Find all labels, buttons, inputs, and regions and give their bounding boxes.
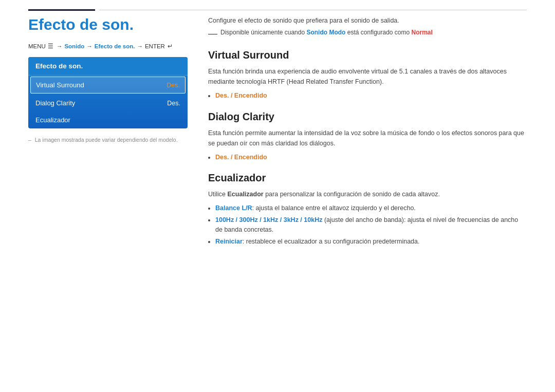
page-title: Efecto de son. xyxy=(28,16,188,33)
bullet-highlight-ec-3: Reiniciar xyxy=(215,238,243,245)
menu-item-ecualizador[interactable]: Ecualizador xyxy=(28,111,188,128)
section-body-dialog-clarity: Esta función permite aumentar la intensi… xyxy=(208,128,527,148)
breadcrumb-enter-label: ENTER xyxy=(145,43,165,49)
right-column: Configure el efecto de sonido que prefie… xyxy=(208,16,527,256)
menu-item-value-dialog-clarity: Des. xyxy=(167,100,180,107)
bullet-item-ec-2: 100Hz / 300Hz / 1kHz / 3kHz / 10kHz (aju… xyxy=(215,215,527,235)
bullet-highlight-ec-1: Balance L/R xyxy=(215,204,252,212)
main-layout: Efecto de son. MENU ☰ → Sonido → Efecto … xyxy=(0,16,555,256)
breadcrumb-menu-label: MENU xyxy=(28,43,46,49)
section-body-virtual-surround: Esta función brinda una experiencia de a… xyxy=(208,66,527,87)
breadcrumb-arrow3: → xyxy=(137,43,143,49)
bullet-text-dc-1: Des. / Encendido xyxy=(215,154,267,161)
top-bar xyxy=(0,0,555,11)
note-dash: – xyxy=(28,137,31,143)
bullet-item-dc-1: Des. / Encendido xyxy=(215,153,527,162)
bullet-highlight-ec-2: 100Hz / 300Hz / 1kHz / 3kHz / 10kHz xyxy=(215,216,322,223)
top-bar-line-accent xyxy=(28,9,95,11)
breadcrumb-enter-icon: ↵ xyxy=(168,43,173,50)
section-ecualizador: Ecualizador Utilice Ecualizador para per… xyxy=(208,172,527,246)
section-title-dialog-clarity: Dialog Clarity xyxy=(208,111,527,123)
breadcrumb-item2: Efecto de son. xyxy=(95,43,135,49)
bullet-item-ec-3: Reiniciar: restablece el ecualizador a s… xyxy=(215,237,527,247)
note-content: La imagen mostrada puede variar dependie… xyxy=(35,137,178,143)
section-dialog-clarity: Dialog Clarity Esta función permite aume… xyxy=(208,111,527,162)
top-bar-line-divider xyxy=(99,10,527,10)
menu-item-value-virtual-surround: Des. xyxy=(166,82,180,89)
ecualizador-highlight: Ecualizador xyxy=(228,191,264,198)
availability-note: — Disponible únicamente cuando Sonido Mo… xyxy=(208,29,527,38)
breadcrumb-menu-icon: ☰ xyxy=(48,43,53,50)
availability-highlight-blue: Sonido Modo xyxy=(306,29,345,36)
menu-item-virtual-surround[interactable]: Virtual Surround Des. xyxy=(30,77,186,94)
bullet-list-virtual-surround: Des. / Encendido xyxy=(215,91,527,101)
section-body-ecualizador: Utilice Ecualizador para personalizar la… xyxy=(208,189,527,199)
bullet-item-ec-1: Balance L/R: ajusta el balance entre el … xyxy=(215,203,527,213)
breadcrumb: MENU ☰ → Sonido → Efecto de son. → ENTER… xyxy=(28,43,188,50)
menu-item-label-virtual-surround: Virtual Surround xyxy=(36,81,84,89)
breadcrumb-item1: Sonido xyxy=(64,43,84,49)
menu-box: Efecto de son. Virtual Surround Des. Dia… xyxy=(28,57,188,128)
availability-mid: está configurado como xyxy=(347,29,410,36)
bullet-list-ecualizador: Balance L/R: ajusta el balance entre el … xyxy=(215,203,527,246)
availability-pre: Disponible únicamente cuando xyxy=(220,29,305,36)
breadcrumb-arrow2: → xyxy=(86,43,92,49)
intro-text: Configure el efecto de sonido que prefie… xyxy=(208,16,527,26)
section-title-virtual-surround: Virtual Surround xyxy=(208,49,527,61)
left-column: Efecto de son. MENU ☰ → Sonido → Efecto … xyxy=(28,16,188,256)
breadcrumb-arrow1: → xyxy=(57,43,63,49)
menu-item-dialog-clarity[interactable]: Dialog Clarity Des. xyxy=(28,95,188,111)
bullet-item-vs-1: Des. / Encendido xyxy=(215,91,527,101)
availability-dash: — xyxy=(208,29,217,38)
note-text: – La imagen mostrada puede variar depend… xyxy=(28,137,188,143)
bullet-list-dialog-clarity: Des. / Encendido xyxy=(215,153,527,162)
bullet-text-vs-1: Des. / Encendido xyxy=(215,92,267,99)
section-title-ecualizador: Ecualizador xyxy=(208,172,527,184)
availability-highlight-red: Normal xyxy=(412,29,433,36)
menu-box-header: Efecto de son. xyxy=(28,57,188,76)
menu-item-label-dialog-clarity: Dialog Clarity xyxy=(35,99,75,107)
section-virtual-surround: Virtual Surround Esta función brinda una… xyxy=(208,49,527,101)
menu-item-label-ecualizador: Ecualizador xyxy=(35,116,70,124)
